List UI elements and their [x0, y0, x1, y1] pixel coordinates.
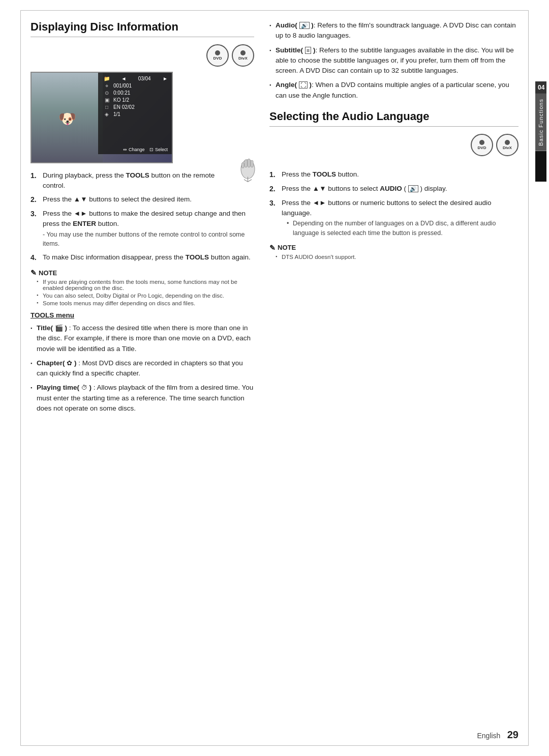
note-title-audio: ✎ NOTE [269, 244, 518, 252]
step-3-num: 3. [30, 209, 40, 248]
dvd-label-audio: DVD [478, 146, 486, 150]
divx-dot-audio [505, 140, 510, 145]
page-footer: English 29 [477, 729, 518, 741]
dvd-icon: DVD [206, 44, 229, 67]
divx-icon-audio: DivX [496, 134, 518, 156]
step-2: 2. Press the ▲▼ buttons to select the de… [30, 194, 254, 205]
audio-step-1-text: Press the TOOLS button. [282, 169, 518, 180]
note-item-2: You can also select, Dolby Digital or Pr… [37, 293, 254, 299]
subtitle-value: EN 02/02 [113, 104, 135, 110]
dvd-dot-audio [479, 140, 484, 145]
svg-line-6 [244, 180, 248, 182]
svg-rect-4 [242, 163, 245, 168]
svg-rect-1 [245, 160, 248, 167]
time-value: 0:00:21 [113, 90, 130, 96]
chapter-value: 03/04 [138, 76, 151, 81]
overlay-icon-title: ⋄ [102, 83, 111, 89]
step-3-text: Press the ◄► buttons to make the desired… [43, 209, 254, 248]
dvd-icon-audio: DVD [471, 134, 493, 156]
tools-menu-title: TOOLS menu [30, 311, 254, 319]
page-number: 29 [507, 729, 518, 740]
note-section-audio: ✎ NOTE DTS AUDIO doesn't support. [269, 244, 518, 260]
tools-menu-list: ▪ Title( 🎬 ) : To access the desired tit… [30, 323, 254, 414]
note-audio-item-1: DTS AUDIO doesn't support. [276, 254, 518, 260]
overlay-icon-chapter: 📁 [102, 76, 111, 81]
audio-step-2-num: 2. [269, 184, 279, 194]
disc-icons-row-audio: DVD DivX [269, 134, 518, 156]
screen-mockup: 🐶 📁 ◄ 03/04 ► ⋄ 001/001 ⊙ 0 [30, 72, 173, 163]
bullet-square-angle: ▪ [269, 82, 273, 101]
step-4-text: To make Disc information disappear, pres… [43, 252, 254, 263]
tools-item-title-text: Title( 🎬 ) : To access the desired title… [37, 323, 254, 354]
dvd-dot [215, 50, 220, 55]
step-4-num: 4. [30, 252, 40, 263]
tools-menu-continued: ▪ Audio( 🔊 ): Refers to the film's sound… [269, 20, 518, 101]
tools-item-subtitle: ▪ Subtitle( ≡ ): Refers to the subtitle … [269, 45, 518, 76]
step-2-num: 2. [30, 194, 40, 205]
section-title-audio-lang: Selecting the Audio Language [269, 110, 518, 127]
steps-list: 1. During playback, press the TOOLS butt… [30, 170, 254, 263]
divx-label-audio: DivX [503, 146, 512, 150]
section-title-disc-info: Displaying Disc Information [30, 20, 254, 37]
note-item-1: If you are playing contents from the too… [37, 279, 254, 291]
note-item-3: Some tools menus may differ depending on… [37, 300, 254, 306]
select-button-label: ⊡ Select [149, 147, 168, 152]
right-column: ▪ Audio( 🔊 ): Refers to the film's sound… [269, 20, 518, 418]
overlay-row-title: ⋄ 001/001 [102, 83, 168, 89]
overlay-row-audio: ▣ KO 1/2 [102, 97, 168, 103]
overlay-bottom-bar: ⇔ Change ⊡ Select [102, 147, 168, 152]
bullet-square-audio: ▪ [269, 22, 273, 41]
audio-step-3-num: 3. [269, 198, 279, 237]
main-layout: Displaying Disc Information DVD DivX 🐶 [30, 20, 518, 418]
tools-item-title: ▪ Title( 🎬 ) : To access the desired tit… [30, 323, 254, 354]
dvd-label: DVD [214, 56, 222, 61]
note-list-audio: DTS AUDIO doesn't support. [269, 254, 518, 260]
steps-container: 1. During playback, press the TOOLS butt… [30, 170, 254, 263]
divx-dot [240, 50, 246, 55]
overlay-icon-time: ⊙ [102, 90, 111, 96]
bullet-square-title: ▪ [30, 325, 35, 354]
step-3-sub: - You may use the number buttons of the … [43, 230, 254, 248]
step-3: 3. Press the ◄► buttons to make the desi… [30, 209, 254, 248]
arrow-right: ► [163, 76, 168, 81]
divx-icon: DivX [232, 44, 254, 67]
overlay-icon-subtitle: □ [102, 104, 111, 110]
arrow-left: ◄ [121, 76, 126, 81]
note-pencil-icon: ✎ [30, 269, 37, 277]
audio-lang-value: KO 1/2 [113, 97, 129, 103]
tools-item-playtime: ▪ Playing time( ⏱ ) : Allows playback of… [30, 383, 254, 414]
overlay-panel: 📁 ◄ 03/04 ► ⋄ 001/001 ⊙ 0:00:21 ▣ [98, 73, 172, 154]
note-label-left: NOTE [39, 269, 57, 277]
audio-step-3-text: Press the ◄► buttons or numeric buttons … [282, 198, 518, 237]
audio-steps-list: 1. Press the TOOLS button. 2. Press the … [269, 169, 518, 238]
step-1: 1. During playback, press the TOOLS butt… [30, 170, 236, 190]
bullet-square-subtitle: ▪ [269, 47, 273, 76]
tools-item-audio-text: Audio( 🔊 ): Refers to the film's soundtr… [276, 20, 518, 41]
note-pencil-icon-audio: ✎ [269, 244, 276, 252]
overlay-icon-audio-lang: ▣ [102, 97, 111, 103]
tools-item-angle: ▪ Angle( ⛶ ): When a DVD contains multip… [269, 80, 518, 101]
language-label: English [477, 732, 500, 740]
change-button-label: ⇔ Change [123, 147, 144, 152]
overlay-row-time: ⊙ 0:00:21 [102, 90, 168, 96]
audio-step-1: 1. Press the TOOLS button. [269, 169, 518, 180]
angle-value: 1/1 [113, 111, 120, 117]
tools-item-subtitle-text: Subtitle( ≡ ): Refers to the subtitle la… [276, 45, 518, 76]
step-4: 4. To make Disc information disappear, p… [30, 252, 254, 263]
svg-line-7 [248, 180, 252, 182]
bullet-square-playtime: ▪ [30, 385, 35, 414]
note-section-left: ✎ NOTE If you are playing contents from … [30, 269, 254, 306]
tools-item-audio: ▪ Audio( 🔊 ): Refers to the film's sound… [269, 20, 518, 41]
overlay-icon-angle: ◈ [102, 111, 111, 117]
tools-item-angle-text: Angle( ⛶ ): When a DVD contains multiple… [276, 80, 518, 101]
audio-step-2-text: Press the ▲▼ buttons to select AUDIO ( 🔊… [282, 184, 518, 194]
left-column: Displaying Disc Information DVD DivX 🐶 [30, 20, 254, 418]
audio-step-1-num: 1. [269, 169, 279, 180]
note-label-audio: NOTE [278, 244, 296, 251]
title-value: 001/001 [113, 83, 132, 89]
divx-label: DivX [238, 56, 248, 61]
svg-rect-3 [251, 160, 254, 167]
hand-remote-icon [236, 155, 259, 183]
note-title-left: ✎ NOTE [30, 269, 254, 277]
bullet-square-chapter: ▪ [30, 360, 35, 379]
